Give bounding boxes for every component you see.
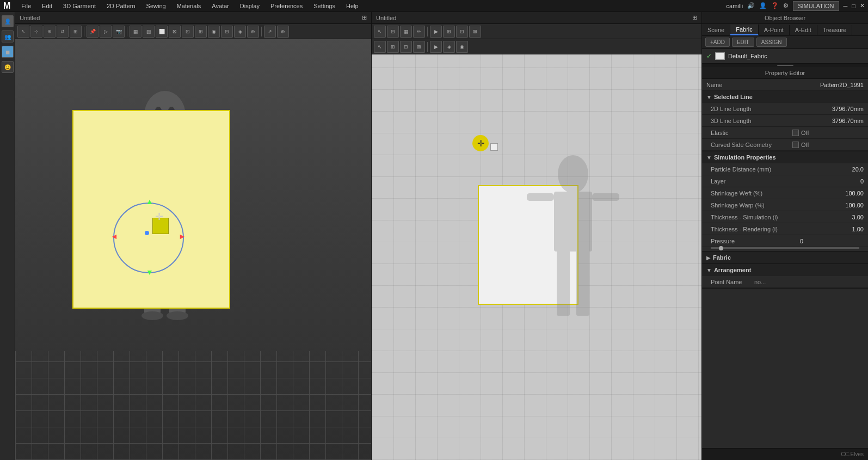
tb-move[interactable]: ⊕	[44, 26, 56, 38]
2d-line-length-value: 3796.70mm	[792, 106, 864, 112]
tb-avatar[interactable]: ⬜	[156, 26, 168, 38]
tb2d-r4[interactable]: ⊠	[413, 41, 425, 53]
tab-apoint[interactable]: A-Point	[759, 25, 790, 35]
sidebar-icon-head[interactable]: 👤	[2, 15, 14, 27]
settings-icon[interactable]: ⚙	[783, 2, 789, 9]
tb2d-select[interactable]: ↖	[374, 26, 386, 38]
svg-point-11	[558, 155, 588, 193]
tb-topstitch[interactable]: ⊞	[195, 26, 207, 38]
tb2d-trace[interactable]: ✏	[413, 26, 425, 38]
menu-3dgarment[interactable]: 3D Garment	[61, 2, 98, 10]
tb-camera[interactable]: 📷	[113, 26, 125, 38]
elastic-checkbox[interactable]: Off	[792, 130, 864, 136]
sidebar-icon-face[interactable]: 😐	[2, 61, 14, 73]
tb2d-box[interactable]: ⊟	[387, 26, 399, 38]
viewport-2d: Untitled ⊞ ↖ ⊟ ▦ ✏ ▶ ⊞ ⊡ ⊠ ↖ ⊞ ⊟ ⊠ ▶ ◈ ◉	[372, 12, 702, 460]
tb2d-r7[interactable]: ◉	[456, 41, 468, 53]
elastic-label: Elastic	[711, 130, 792, 136]
pressure-slider-thumb[interactable]	[719, 246, 723, 250]
curved-side-cb-box[interactable]	[792, 142, 799, 148]
tb-select2[interactable]: ↗	[264, 26, 276, 38]
particle-dist-label: Particle Distance (mm)	[711, 166, 792, 173]
assign-button[interactable]: ASSIGN	[756, 38, 787, 47]
edit-button[interactable]: EDIT	[732, 38, 754, 47]
toolbar-2d-row1: ↖ ⊟ ▦ ✏ ▶ ⊞ ⊡ ⊠	[372, 24, 701, 39]
elastic-cb-box[interactable]	[792, 130, 799, 136]
help-icon[interactable]: ❓	[771, 2, 779, 9]
menu-help[interactable]: Help	[344, 2, 361, 10]
add-button[interactable]: +ADD	[705, 38, 730, 47]
tb2d-pattern[interactable]: ▦	[400, 26, 412, 38]
fabric-section-title: Fabric	[713, 254, 731, 261]
simulation-button[interactable]: SIMULATION	[793, 1, 839, 11]
tb-rotate[interactable]: ↺	[57, 26, 69, 38]
menu-preferences[interactable]: Preferences	[268, 2, 305, 10]
user-icon[interactable]: 👤	[759, 2, 767, 9]
viewport-3d-maximize-icon[interactable]: ⊞	[362, 14, 367, 21]
menu-2dpattern[interactable]: 2D Pattern	[104, 2, 138, 10]
tb-measure[interactable]: ⊠	[169, 26, 181, 38]
viewport-3d-canvas[interactable]: ◄ ► ▲ ▼ ✛	[15, 39, 371, 460]
tb-select[interactable]: ↖	[17, 26, 29, 38]
menu-settings[interactable]: Settings	[311, 2, 337, 10]
menubar: M File Edit 3D Garment 2D Pattern Sewing…	[0, 0, 868, 12]
fabric-item-default[interactable]: ✓ Default_Fabric	[702, 49, 868, 63]
sound-icon[interactable]: 🔊	[747, 2, 755, 9]
tb2d-sim4[interactable]: ⊠	[469, 26, 481, 38]
tb2d-r1[interactable]: ↖	[374, 41, 386, 53]
tb2d-r3[interactable]: ⊟	[400, 41, 412, 53]
fabric-section-header[interactable]: ▶ Fabric	[702, 252, 868, 263]
toolbar-3d-row1: ↖ ⊹ ⊕ ↺ ⊞ 📌 ▷ 📷 ▦ ▧ ⬜ ⊠ ⊡ ⊞ ◉ ⊟ ◈ ⊕ ↗ ⊕	[15, 24, 371, 39]
menu-materials[interactable]: Materials	[175, 2, 204, 10]
object-browser-tabs: Scene Fabric A-Point A-Edit Treasure	[702, 24, 868, 36]
tab-scene[interactable]: Scene	[702, 25, 730, 35]
curved-side-checkbox[interactable]: Off	[792, 142, 864, 148]
tb2d-r2[interactable]: ⊞	[387, 41, 399, 53]
tb2d-sim2[interactable]: ⊞	[443, 26, 455, 38]
tb-button[interactable]: ◉	[208, 26, 220, 38]
tb2d-sim1[interactable]: ▶	[430, 26, 442, 38]
simulation-section-header[interactable]: ▼ Simulation Properties	[702, 151, 868, 163]
main-layout: 👤 👥 ◼ 😐 Untitled ⊞ ↖ ⊹ ⊕ ↺ ⊞ 📌 ▷ 📷 ▦ ▧ ⬜…	[0, 12, 868, 460]
viewport-2d-maximize-icon[interactable]: ⊞	[692, 14, 697, 21]
tb-transform[interactable]: ⊹	[30, 26, 42, 38]
menu-file[interactable]: File	[19, 2, 33, 10]
tb-show[interactable]: ◈	[234, 26, 246, 38]
point-name-row: Point Name no...	[702, 276, 868, 288]
tb2d-r6[interactable]: ◈	[443, 41, 455, 53]
menu-edit[interactable]: Edit	[40, 2, 54, 10]
pressure-slider[interactable]	[711, 247, 859, 249]
sidebar-icon-fabric[interactable]: ◼	[2, 46, 14, 58]
tb-seam[interactable]: ⊡	[182, 26, 194, 38]
menu-display[interactable]: Display	[238, 2, 262, 10]
tb-pattern[interactable]: ▧	[143, 26, 155, 38]
minimize-icon[interactable]: ─	[844, 3, 848, 9]
tb-pin[interactable]: 📌	[87, 26, 99, 38]
close-icon[interactable]: ✕	[860, 2, 865, 9]
tb2d-r5[interactable]: ▶	[430, 41, 442, 53]
yellow-dot-2d: ✛	[472, 135, 489, 151]
tb-scale[interactable]: ⊞	[70, 26, 82, 38]
tb-render[interactable]: ⊕	[247, 26, 259, 38]
left-sidebar: 👤 👥 ◼ 😐	[0, 12, 15, 460]
property-editor-title: Property Editor	[765, 70, 805, 76]
tb-sim[interactable]: ▷	[100, 26, 112, 38]
menu-avatar[interactable]: Avatar	[210, 2, 231, 10]
maximize-icon[interactable]: □	[852, 3, 855, 9]
viewport-2d-canvas[interactable]: ✛	[372, 54, 701, 460]
selected-line-header[interactable]: ▼ Selected Line	[702, 91, 868, 103]
tab-fabric[interactable]: Fabric	[730, 24, 759, 35]
arrangement-header[interactable]: ▼ Arrangement	[702, 264, 868, 276]
tb-extra[interactable]: ⊕	[277, 26, 289, 38]
sidebar-icon-body[interactable]: 👥	[2, 30, 14, 42]
tab-treasure[interactable]: Treasure	[817, 25, 853, 35]
tab-aedit[interactable]: A-Edit	[790, 25, 817, 35]
tb-zipper[interactable]: ⊟	[221, 26, 233, 38]
move-cursor-icon: ✛	[155, 211, 163, 223]
tb2d-sim3[interactable]: ⊡	[456, 26, 468, 38]
menu-sewing[interactable]: Sewing	[144, 2, 168, 10]
right-panel: Object Browser Scene Fabric A-Point A-Ed…	[702, 12, 868, 460]
transform-gizmo[interactable]	[113, 203, 184, 273]
tb-garment[interactable]: ▦	[130, 26, 141, 38]
arrow-left-icon: ◄	[110, 232, 118, 241]
